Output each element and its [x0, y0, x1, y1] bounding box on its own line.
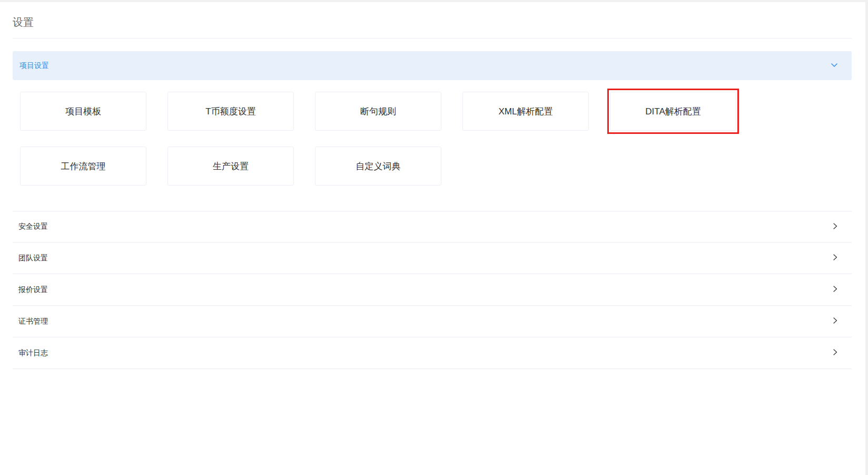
settings-page: 设置 项目设置 项目模板 T币额度设置 断句规则 XML解析配置 DITA解析配…: [13, 2, 852, 369]
section-row-audit-log[interactable]: 审计日志: [13, 337, 852, 369]
section-row-label: 报价设置: [18, 285, 48, 295]
section-row-label: 证书管理: [18, 317, 48, 326]
chevron-right-icon: [831, 348, 839, 357]
section-row-label: 安全设置: [18, 222, 48, 231]
section-row-security-settings[interactable]: 安全设置: [13, 211, 852, 243]
card-segmentation-rules[interactable]: 断句规则: [315, 92, 441, 131]
card-workflow-management[interactable]: 工作流管理: [20, 147, 146, 186]
section-row-label: 审计日志: [18, 348, 48, 358]
card-dita-parse-config[interactable]: DITA解析配置: [610, 92, 736, 131]
card-production-settings[interactable]: 生产设置: [167, 147, 294, 186]
chevron-right-icon: [831, 317, 839, 326]
chevron-right-icon: [831, 254, 839, 263]
right-edge-strip: [865, 2, 868, 475]
page-title: 设置: [13, 2, 852, 28]
section-row-quote-settings[interactable]: 报价设置: [13, 274, 852, 306]
card-tcoin-quota-settings[interactable]: T币额度设置: [167, 92, 294, 131]
card-xml-parse-config[interactable]: XML解析配置: [462, 92, 589, 131]
chevron-down-icon: [830, 61, 839, 71]
collapse-header-label: 项目设置: [19, 61, 49, 71]
collapsed-sections-list: 安全设置 团队设置 报价设置 证书管理: [13, 211, 852, 369]
title-divider: [13, 38, 852, 38]
project-settings-card-grid: 项目模板 T币额度设置 断句规则 XML解析配置 DITA解析配置 工作流管理 …: [20, 92, 852, 186]
section-row-certificate-management[interactable]: 证书管理: [13, 306, 852, 337]
collapse-header-project-settings[interactable]: 项目设置: [13, 51, 852, 80]
card-dita-parse-config-wrapper: DITA解析配置: [610, 92, 736, 131]
chevron-right-icon: [831, 285, 839, 294]
section-row-label: 团队设置: [18, 254, 48, 263]
section-row-team-settings[interactable]: 团队设置: [13, 243, 852, 274]
chevron-right-icon: [831, 222, 839, 231]
card-custom-dictionary[interactable]: 自定义词典: [315, 147, 441, 186]
card-project-template[interactable]: 项目模板: [20, 92, 146, 131]
